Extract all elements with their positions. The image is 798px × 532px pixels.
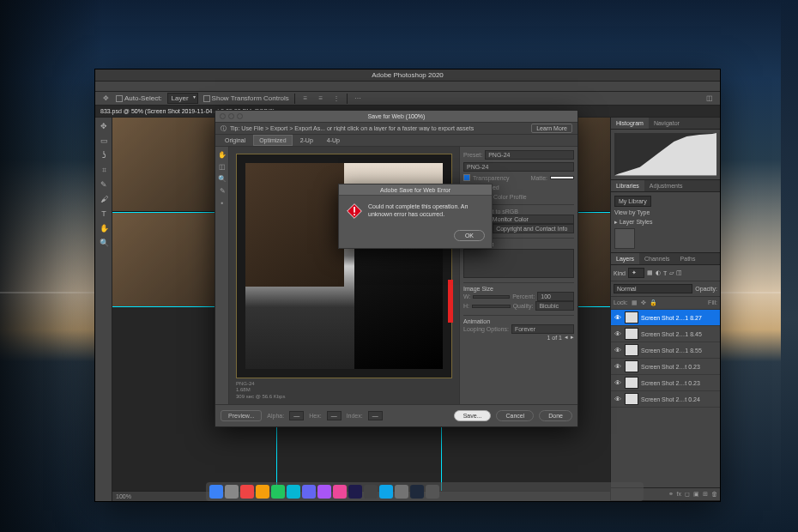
kind-filter-dropdown[interactable]: ✦ (628, 268, 644, 278)
auto-select-mode-dropdown[interactable]: Layer (167, 93, 198, 104)
library-item[interactable] (614, 228, 635, 249)
align-icon[interactable]: ≡ (316, 94, 326, 104)
preview-button[interactable]: Preview... (221, 410, 262, 421)
visibility-icon[interactable]: 👁 (614, 378, 622, 387)
hand-tool-icon[interactable]: ✋ (217, 149, 227, 160)
tab-original[interactable]: Original (219, 135, 251, 146)
visibility-icon[interactable]: 👁 (614, 329, 622, 338)
hand-tool-icon[interactable]: ✋ (97, 221, 111, 235)
filter-adjust-icon[interactable]: ◐ (656, 269, 661, 276)
new-group-icon[interactable]: ▣ (693, 491, 699, 498)
width-field[interactable] (473, 295, 510, 299)
visibility-icon[interactable]: 👁 (614, 346, 622, 354)
type-tool-icon[interactable]: T (97, 207, 111, 221)
library-group[interactable]: ▸ Layer Styles (614, 219, 716, 226)
dock-app-icon[interactable] (271, 485, 285, 499)
view-by-dropdown[interactable]: View by Type (614, 209, 716, 215)
filter-smart-icon[interactable]: ◫ (676, 269, 682, 276)
dock-app-icon[interactable] (333, 485, 347, 499)
dock-app-icon[interactable] (287, 485, 300, 499)
layer-mask-icon[interactable]: ◻ (685, 491, 690, 498)
3d-mode-icon[interactable]: ◫ (704, 94, 715, 104)
auto-select-checkbox[interactable]: Auto-Select: (116, 94, 162, 102)
prev-frame-icon[interactable]: ◂ (565, 334, 568, 341)
lock-all-icon[interactable]: 🔒 (650, 299, 657, 306)
quality-dropdown[interactable]: Bicubic (535, 301, 574, 311)
lock-position-icon[interactable]: ✜ (641, 299, 646, 306)
filter-shape-icon[interactable]: ▱ (669, 269, 674, 276)
dock-app-icon[interactable] (240, 485, 254, 499)
color-swatch-icon[interactable]: ▪ (217, 197, 227, 208)
next-frame-icon[interactable]: ▸ (571, 334, 574, 341)
zoom-tool-icon[interactable]: 🔍 (217, 173, 227, 184)
link-layers-icon[interactable]: ⚭ (668, 491, 674, 498)
blend-mode-dropdown[interactable]: Normal (614, 284, 692, 293)
dock-photoshop-icon[interactable] (348, 485, 362, 499)
filter-pixel-icon[interactable]: ▦ (647, 269, 653, 276)
done-button[interactable]: Done (539, 410, 572, 421)
tab-paths[interactable]: Paths (675, 253, 701, 264)
brush-tool-icon[interactable]: 🖌 (97, 192, 111, 206)
lock-pixels-icon[interactable]: ▦ (632, 299, 638, 306)
delete-layer-icon[interactable]: 🗑 (711, 491, 717, 498)
visibility-icon[interactable]: 👁 (614, 313, 622, 322)
tab-layers[interactable]: Layers (611, 253, 639, 264)
tab-2up[interactable]: 2-Up (294, 135, 319, 146)
tab-optimized[interactable]: Optimized (253, 135, 293, 146)
zoom-tool-icon[interactable]: 🔍 (97, 236, 111, 250)
layer-row[interactable]: 👁Screen Shot 2…1 8.55 (611, 342, 720, 359)
tab-4up[interactable]: 4-Up (321, 135, 346, 146)
dock-app-icon[interactable] (379, 485, 393, 499)
dock-app-icon[interactable] (256, 485, 269, 499)
eyedropper-tool-icon[interactable]: ✎ (97, 178, 111, 191)
app-menubar[interactable] (95, 82, 720, 92)
tab-adjustments[interactable]: Adjustments (644, 180, 688, 191)
dock-trash-icon[interactable] (426, 485, 439, 499)
lasso-tool-icon[interactable]: ʖ (97, 148, 111, 162)
new-layer-icon[interactable]: ⊞ (703, 491, 708, 498)
format-dropdown[interactable]: PNG-24 (463, 162, 574, 172)
layer-row[interactable]: 👁Screen Shot 2…t 0.23 (611, 375, 720, 391)
dock-app-icon[interactable] (317, 485, 331, 499)
align-icon[interactable]: ≡ (300, 94, 311, 104)
marquee-tool-icon[interactable]: ▭ (97, 134, 111, 148)
layer-row[interactable]: 👁Screen Shot 2…t 0.24 (611, 391, 720, 408)
filter-type-icon[interactable]: T (663, 270, 667, 276)
color-table[interactable] (463, 249, 574, 278)
percent-field[interactable]: 100 (537, 292, 574, 301)
layer-style-icon[interactable]: fx (677, 491, 681, 498)
dock-app-icon[interactable] (364, 485, 378, 499)
tab-libraries[interactable]: Libraries (611, 180, 644, 191)
layer-row[interactable]: 👁Screen Shot 2…t 0.23 (611, 359, 720, 375)
preview-dropdown[interactable]: Monitor Color (489, 215, 574, 224)
visibility-icon[interactable]: 👁 (614, 395, 622, 403)
layer-row[interactable]: 👁Screen Shot 2…1 8.27 (611, 310, 720, 326)
tab-channels[interactable]: Channels (639, 253, 675, 264)
show-transform-checkbox[interactable]: Show Transform Controls (203, 94, 289, 102)
sfw-titlebar[interactable]: Save for Web (100%) (215, 111, 577, 123)
my-library-dropdown[interactable]: My Library (614, 196, 651, 207)
macos-dock[interactable] (206, 482, 644, 501)
dock-app-icon[interactable] (395, 485, 408, 499)
metadata-dropdown[interactable]: Copyright and Contact Info (493, 224, 574, 233)
cancel-button[interactable]: Cancel (496, 410, 534, 421)
slice-tool-icon[interactable]: ◫ (217, 161, 227, 172)
transparency-checkbox[interactable] (463, 174, 470, 181)
ok-button[interactable]: OK (454, 230, 485, 241)
layer-row[interactable]: 👁Screen Shot 2…1 8.45 (611, 326, 720, 342)
looping-dropdown[interactable]: Forever (511, 324, 574, 334)
dock-app-icon[interactable] (410, 485, 424, 499)
tab-navigator[interactable]: Navigator (649, 118, 685, 129)
eyedropper-tool-icon[interactable]: ✎ (217, 185, 227, 196)
visibility-icon[interactable]: 👁 (614, 362, 622, 371)
tab-histogram[interactable]: Histogram (611, 118, 649, 129)
distribute-icon[interactable]: ⋮ (331, 94, 342, 104)
move-tool-icon[interactable]: ✥ (97, 119, 111, 133)
save-button[interactable]: Save... (454, 410, 492, 421)
preset-dropdown[interactable]: PNG-24 (485, 150, 574, 160)
dock-finder-icon[interactable] (209, 485, 223, 499)
more-icon[interactable]: ⋯ (353, 94, 363, 104)
crop-tool-icon[interactable]: ⌗ (97, 163, 111, 177)
height-field[interactable] (472, 305, 511, 308)
dock-app-icon[interactable] (302, 485, 316, 499)
